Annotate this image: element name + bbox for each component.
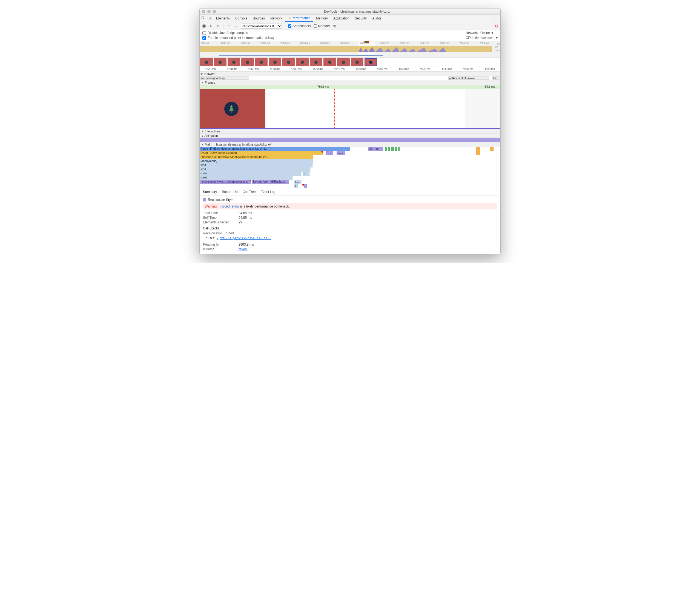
frames-section[interactable]: ▼Frames — [200, 80, 500, 85]
interactions-section[interactable]: ▼Interactions — [200, 129, 500, 134]
flame-bar[interactable]: start — [200, 168, 311, 172]
close-dot[interactable] — [202, 10, 205, 13]
screenshots-toggle[interactable]: Screenshots — [288, 24, 311, 28]
warning-banner: Warning Forced reflow is a likely perfor… — [203, 203, 497, 209]
tab-application[interactable]: Application — [330, 14, 352, 22]
record-button[interactable] — [202, 24, 206, 28]
warning-icon: ▲ — [288, 16, 291, 20]
network-request[interactable]: fav — [492, 76, 500, 80]
forced-reflow-link[interactable]: Forced reflow — [219, 204, 239, 208]
flame-bar[interactable]: R… — [326, 151, 333, 155]
chevron-down-icon: ▼ — [201, 143, 204, 146]
stack-source-link[interactable]: VM1233 preview-c35b6c3….js:1 — [220, 236, 271, 240]
tab-audits[interactable]: Audits — [370, 14, 384, 22]
flame-bar[interactable]: t — [294, 184, 298, 188]
capture-options: Disable JavaScript samples Enable advanc… — [200, 30, 500, 41]
legend-swatch — [203, 198, 206, 201]
flame-bar[interactable]: Parse HTML (christmas-animations.stackbl… — [200, 147, 350, 151]
minimize-dot[interactable] — [207, 10, 211, 13]
panel-tabs: Elements Console Sources Network ▲Perfor… — [200, 14, 500, 22]
reload-button[interactable]: ↻ — [209, 24, 213, 28]
flame-bar[interactable]: Layout (pre…db9ba.js:1) — [252, 180, 289, 184]
call-stacks-heading: Call Stacks — [203, 226, 497, 230]
screenshot-canvas[interactable] — [200, 89, 500, 128]
network-request[interactable]: getAccountInfo (www — [448, 76, 489, 80]
tab-network[interactable]: Network — [267, 14, 285, 22]
flame-chart[interactable]: Parse HTML (christmas-animations.stackbl… — [200, 147, 500, 188]
tab-eventlog[interactable]: Event Log — [261, 190, 276, 194]
network-request[interactable]: Info (www.googleapi… — [200, 76, 249, 80]
tab-bottomup[interactable]: Bottom-Up — [222, 190, 237, 194]
flame-bar[interactable]: n.start — [200, 172, 302, 176]
chevron-down-icon: ▼ — [201, 130, 204, 133]
tab-calltree[interactable]: Call Tree — [243, 190, 256, 194]
clear-button[interactable]: ⊘ — [216, 24, 221, 28]
interactions-bar[interactable] — [200, 138, 500, 142]
tab-performance[interactable]: ▲Performance — [285, 14, 313, 22]
timeline-overview[interactable]: 500 ms1000 ms1500 ms2000 ms2500 ms3000 m… — [200, 41, 500, 58]
tab-memory[interactable]: Memory — [313, 14, 330, 22]
event-legend: Recalculate Style — [203, 198, 497, 202]
frame-screenshot — [200, 89, 265, 128]
enable-paint-instr[interactable]: Enable advanced paint instrumentation (s… — [203, 36, 274, 40]
disable-js-samples[interactable]: Disable JavaScript samples — [203, 31, 274, 35]
flame-bar[interactable]: L…t — [336, 151, 345, 155]
animation-row[interactable]: ▶ Animation — [200, 134, 500, 138]
gc-icon[interactable]: 🗑 — [332, 24, 337, 28]
main-section[interactable]: ▼Main — https://christmas-animations.sta… — [200, 142, 500, 147]
details-tabs: Summary Bottom-Up Call Tree Event Log — [200, 188, 500, 196]
cpu-throttle[interactable]: 6× slowdown — [475, 36, 494, 40]
flame-bar[interactable]: Function Call (preview-c35b6c3f1aa2eeedd… — [200, 155, 313, 159]
frame-filmstrip[interactable] — [200, 58, 500, 67]
zoom-dot[interactable] — [213, 10, 216, 13]
tab-summary[interactable]: Summary — [203, 190, 217, 194]
network-lane[interactable]: Info (www.googleapi… getAccountInfo (www… — [200, 76, 500, 80]
traffic-lights — [202, 10, 216, 13]
tab-elements[interactable]: Elements — [213, 14, 233, 22]
svg-rect-3 — [231, 111, 232, 113]
time-ruler: 4420 ms4440 ms4460 ms4480 ms4500 ms4520 … — [200, 67, 500, 71]
chevron-down-icon: ▼ — [201, 81, 204, 84]
tab-sources[interactable]: Sources — [250, 14, 267, 22]
chevron-down-icon: ▾ — [491, 31, 493, 35]
memory-toggle[interactable]: Memory — [314, 24, 330, 28]
perf-toolbar: ↻ ⊘ | ⤒ ⤓ christmas-animations.st… | Scr… — [200, 22, 500, 30]
settings-gear-icon[interactable]: ⚙ — [494, 24, 498, 28]
flame-bar[interactable]: start — [200, 163, 313, 168]
chevron-down-icon: ▾ — [496, 36, 497, 40]
target-select[interactable]: christmas-animations.st… — [241, 23, 282, 28]
flame-bar[interactable]: (… — [294, 180, 302, 184]
devtools-window: DevTools - christmas-animations.stackbli… — [200, 8, 500, 254]
load-profile-icon[interactable]: ⤒ — [227, 24, 231, 28]
flame-bar[interactable]: Event (DOMContentLoaded) — [200, 151, 323, 155]
save-profile-icon[interactable]: ⤓ — [234, 24, 238, 28]
titlebar: DevTools - christmas-animations.stackbli… — [200, 8, 500, 14]
flame-bar[interactable]: (anonymous) — [200, 159, 313, 163]
window-title: DevTools - christmas-animations.stackbli… — [216, 10, 498, 13]
network-section[interactable]: ▶Network — [200, 71, 500, 76]
more-menu-icon[interactable]: ⋮ — [491, 16, 499, 21]
tab-security[interactable]: Security — [352, 14, 370, 22]
chevron-right-icon: ▶ — [201, 72, 203, 75]
inspect-icon[interactable] — [201, 16, 206, 20]
initiator-reveal-link[interactable]: reveal — [239, 247, 248, 251]
network-throttle[interactable]: Online — [480, 31, 490, 35]
chevron-right-icon: ▶ — [202, 135, 204, 137]
flame-bar[interactable]: Up…ee — [368, 147, 383, 151]
device-icon[interactable] — [207, 16, 212, 20]
summary-pane: Recalculate Style Warning Forced reflow … — [200, 196, 500, 254]
tab-console[interactable]: Console — [233, 14, 250, 22]
flame-bar[interactable]: n… — [303, 172, 310, 176]
flame-bar[interactable]: n.set — [200, 176, 293, 180]
frames-lane[interactable]: 780.6 ms 52.3 ms — [200, 85, 500, 89]
tree-icon — [224, 102, 239, 116]
flame-bar-selected[interactable]: Recalculate Style…2eeeddb9ba.js:1) — [200, 180, 251, 184]
stack-frame: n.set @ VM1233 preview-c35b6c3….js:1 — [206, 236, 497, 240]
